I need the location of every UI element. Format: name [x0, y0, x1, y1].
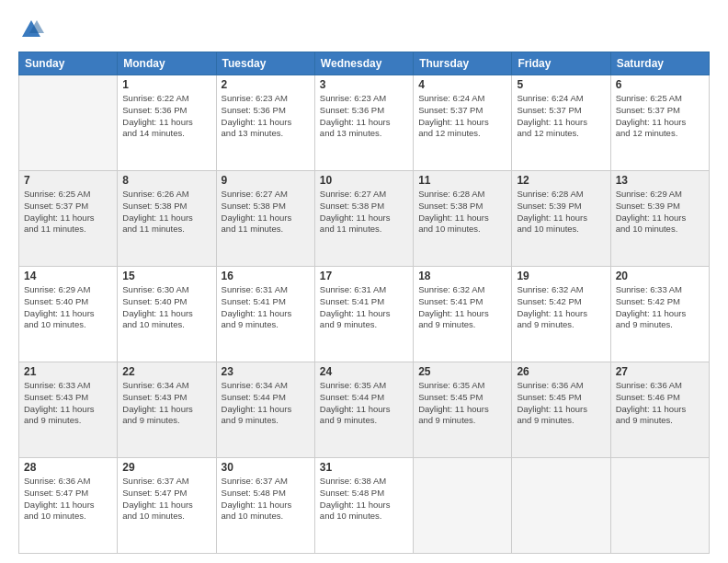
- calendar-cell: 16Sunrise: 6:31 AMSunset: 5:41 PMDayligh…: [216, 267, 314, 362]
- day-number: 6: [616, 78, 704, 91]
- calendar-cell: 1Sunrise: 6:22 AMSunset: 5:36 PMDaylight…: [118, 75, 216, 171]
- day-info: Sunrise: 6:37 AMSunset: 5:48 PMDaylight:…: [222, 476, 310, 523]
- day-info: Sunrise: 6:34 AMSunset: 5:44 PMDaylight:…: [222, 380, 310, 427]
- calendar-cell: 17Sunrise: 6:31 AMSunset: 5:41 PMDayligh…: [314, 267, 413, 362]
- calendar-cell: [19, 75, 118, 171]
- day-number: 1: [122, 78, 210, 91]
- calendar-cell: 5Sunrise: 6:24 AMSunset: 5:37 PMDaylight…: [512, 75, 610, 171]
- calendar-cell: 25Sunrise: 6:35 AMSunset: 5:45 PMDayligh…: [414, 362, 512, 458]
- day-number: 9: [222, 174, 310, 187]
- calendar-cell: 11Sunrise: 6:28 AMSunset: 5:38 PMDayligh…: [414, 171, 512, 267]
- calendar-cell: 19Sunrise: 6:32 AMSunset: 5:42 PMDayligh…: [512, 267, 610, 362]
- day-info: Sunrise: 6:24 AMSunset: 5:37 PMDaylight:…: [517, 93, 605, 140]
- weekday-header-friday: Friday: [512, 52, 610, 75]
- calendar-cell: 23Sunrise: 6:34 AMSunset: 5:44 PMDayligh…: [216, 362, 314, 458]
- calendar-cell: 20Sunrise: 6:33 AMSunset: 5:42 PMDayligh…: [610, 267, 709, 362]
- calendar-cell: 10Sunrise: 6:27 AMSunset: 5:38 PMDayligh…: [314, 171, 413, 267]
- calendar-cell: 13Sunrise: 6:29 AMSunset: 5:39 PMDayligh…: [610, 171, 709, 267]
- weekday-header-sunday: Sunday: [19, 52, 118, 75]
- day-number: 29: [122, 461, 210, 474]
- day-info: Sunrise: 6:36 AMSunset: 5:46 PMDaylight:…: [616, 380, 704, 427]
- day-number: 31: [320, 461, 408, 474]
- day-info: Sunrise: 6:28 AMSunset: 5:39 PMDaylight:…: [517, 189, 605, 236]
- day-info: Sunrise: 6:33 AMSunset: 5:43 PMDaylight:…: [24, 380, 112, 427]
- day-info: Sunrise: 6:36 AMSunset: 5:47 PMDaylight:…: [24, 476, 112, 523]
- calendar-cell: 22Sunrise: 6:34 AMSunset: 5:43 PMDayligh…: [118, 362, 216, 458]
- day-number: 18: [418, 270, 506, 282]
- day-info: Sunrise: 6:27 AMSunset: 5:38 PMDaylight:…: [320, 189, 408, 236]
- day-info: Sunrise: 6:34 AMSunset: 5:43 PMDaylight:…: [122, 380, 210, 427]
- day-info: Sunrise: 6:31 AMSunset: 5:41 PMDaylight:…: [222, 284, 310, 331]
- day-number: 21: [24, 365, 112, 378]
- logo-icon: [18, 17, 44, 42]
- calendar: SundayMondayTuesdayWednesdayThursdayFrid…: [18, 52, 710, 554]
- day-info: Sunrise: 6:38 AMSunset: 5:48 PMDaylight:…: [320, 476, 408, 523]
- day-number: 11: [418, 174, 506, 187]
- weekday-header-tuesday: Tuesday: [216, 52, 314, 75]
- calendar-cell: 26Sunrise: 6:36 AMSunset: 5:45 PMDayligh…: [512, 362, 610, 458]
- calendar-cell: 12Sunrise: 6:28 AMSunset: 5:39 PMDayligh…: [512, 171, 610, 267]
- day-info: Sunrise: 6:22 AMSunset: 5:36 PMDaylight:…: [122, 93, 210, 140]
- day-number: 3: [320, 78, 408, 91]
- calendar-cell: 7Sunrise: 6:25 AMSunset: 5:37 PMDaylight…: [19, 171, 118, 267]
- day-info: Sunrise: 6:23 AMSunset: 5:36 PMDaylight:…: [222, 93, 310, 140]
- weekday-header-thursday: Thursday: [414, 52, 512, 75]
- weekday-header-saturday: Saturday: [610, 52, 709, 75]
- calendar-cell: 21Sunrise: 6:33 AMSunset: 5:43 PMDayligh…: [19, 362, 118, 458]
- calendar-cell: 28Sunrise: 6:36 AMSunset: 5:47 PMDayligh…: [19, 458, 118, 554]
- calendar-cell: [512, 458, 610, 554]
- day-info: Sunrise: 6:35 AMSunset: 5:44 PMDaylight:…: [320, 380, 408, 427]
- day-number: 24: [320, 365, 408, 378]
- day-number: 8: [122, 174, 210, 187]
- day-number: 27: [616, 365, 704, 378]
- week-row-5: 28Sunrise: 6:36 AMSunset: 5:47 PMDayligh…: [19, 458, 710, 554]
- calendar-cell: 14Sunrise: 6:29 AMSunset: 5:40 PMDayligh…: [19, 267, 118, 362]
- logo: [18, 17, 48, 42]
- day-info: Sunrise: 6:26 AMSunset: 5:38 PMDaylight:…: [122, 189, 210, 236]
- calendar-cell: 3Sunrise: 6:23 AMSunset: 5:36 PMDaylight…: [314, 75, 413, 171]
- calendar-cell: 6Sunrise: 6:25 AMSunset: 5:37 PMDaylight…: [610, 75, 709, 171]
- day-number: 10: [320, 174, 408, 187]
- day-number: 19: [517, 270, 605, 282]
- header: [18, 17, 710, 42]
- day-number: 4: [418, 78, 506, 91]
- day-number: 13: [616, 174, 704, 187]
- day-info: Sunrise: 6:27 AMSunset: 5:38 PMDaylight:…: [222, 189, 310, 236]
- day-info: Sunrise: 6:30 AMSunset: 5:40 PMDaylight:…: [122, 284, 210, 331]
- day-info: Sunrise: 6:29 AMSunset: 5:40 PMDaylight:…: [24, 284, 112, 331]
- day-number: 7: [24, 174, 112, 187]
- calendar-cell: 8Sunrise: 6:26 AMSunset: 5:38 PMDaylight…: [118, 171, 216, 267]
- calendar-cell: 4Sunrise: 6:24 AMSunset: 5:37 PMDaylight…: [414, 75, 512, 171]
- calendar-cell: 24Sunrise: 6:35 AMSunset: 5:44 PMDayligh…: [314, 362, 413, 458]
- day-number: 17: [320, 270, 408, 282]
- day-number: 30: [222, 461, 310, 474]
- day-info: Sunrise: 6:35 AMSunset: 5:45 PMDaylight:…: [418, 380, 506, 427]
- day-number: 23: [222, 365, 310, 378]
- day-number: 12: [517, 174, 605, 187]
- calendar-cell: 29Sunrise: 6:37 AMSunset: 5:47 PMDayligh…: [118, 458, 216, 554]
- day-number: 15: [122, 270, 210, 282]
- day-number: 5: [517, 78, 605, 91]
- day-info: Sunrise: 6:32 AMSunset: 5:42 PMDaylight:…: [517, 284, 605, 331]
- day-number: 16: [222, 270, 310, 282]
- day-info: Sunrise: 6:29 AMSunset: 5:39 PMDaylight:…: [616, 189, 704, 236]
- day-info: Sunrise: 6:33 AMSunset: 5:42 PMDaylight:…: [616, 284, 704, 331]
- day-number: 25: [418, 365, 506, 378]
- day-number: 14: [24, 270, 112, 282]
- calendar-cell: [610, 458, 709, 554]
- page: SundayMondayTuesdayWednesdayThursdayFrid…: [0, 0, 728, 563]
- calendar-cell: 15Sunrise: 6:30 AMSunset: 5:40 PMDayligh…: [118, 267, 216, 362]
- day-info: Sunrise: 6:25 AMSunset: 5:37 PMDaylight:…: [616, 93, 704, 140]
- week-row-2: 7Sunrise: 6:25 AMSunset: 5:37 PMDaylight…: [19, 171, 710, 267]
- weekday-header-wednesday: Wednesday: [314, 52, 413, 75]
- day-info: Sunrise: 6:32 AMSunset: 5:41 PMDaylight:…: [418, 284, 506, 331]
- week-row-1: 1Sunrise: 6:22 AMSunset: 5:36 PMDaylight…: [19, 75, 710, 171]
- calendar-cell: [414, 458, 512, 554]
- day-number: 22: [122, 365, 210, 378]
- calendar-cell: 9Sunrise: 6:27 AMSunset: 5:38 PMDaylight…: [216, 171, 314, 267]
- day-info: Sunrise: 6:25 AMSunset: 5:37 PMDaylight:…: [24, 189, 112, 236]
- day-info: Sunrise: 6:36 AMSunset: 5:45 PMDaylight:…: [517, 380, 605, 427]
- weekday-header-row: SundayMondayTuesdayWednesdayThursdayFrid…: [19, 52, 710, 75]
- week-row-3: 14Sunrise: 6:29 AMSunset: 5:40 PMDayligh…: [19, 267, 710, 362]
- day-info: Sunrise: 6:23 AMSunset: 5:36 PMDaylight:…: [320, 93, 408, 140]
